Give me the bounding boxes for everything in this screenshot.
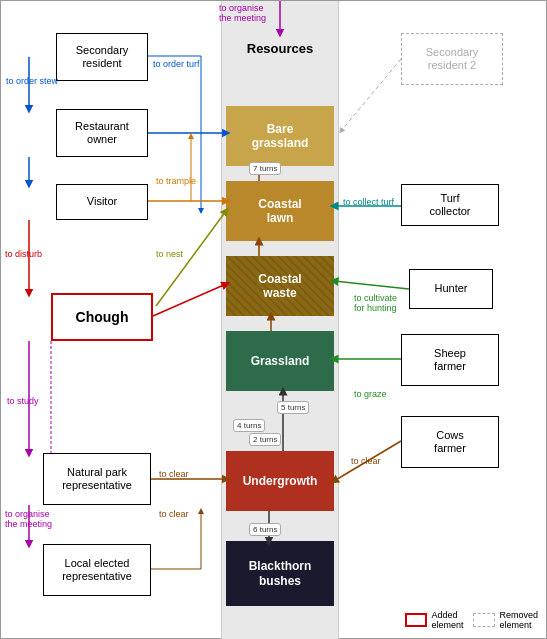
secondary-resident-2-box: Secondaryresident 2 <box>401 33 503 85</box>
to-study-label: to study <box>7 396 39 406</box>
turns-badge-4: 2 turns <box>249 433 281 446</box>
turf-collector-box: Turfcollector <box>401 184 499 226</box>
chough-box: Chough <box>51 293 153 341</box>
turns-badge-1: 7 turns <box>249 162 281 175</box>
to-organise-meeting-label: to organisethe meeting <box>5 509 52 529</box>
sheep-farmer-box: Sheepfarmer <box>401 334 499 386</box>
legend-added: Addedelement <box>405 610 463 630</box>
grassland-box: Grassland <box>226 331 334 391</box>
legend: Addedelement Removedelement <box>405 610 538 630</box>
turns-badge-3: 4 turns <box>233 419 265 432</box>
legend-removed-label: Removedelement <box>499 610 538 630</box>
secondary-resident-box: Secondaryresident <box>56 33 148 81</box>
hunter-box: Hunter <box>409 269 493 309</box>
to-cultivate-label: to cultivatefor hunting <box>354 293 397 313</box>
to-nest-label: to nest <box>156 249 183 259</box>
to-clear-cows-label: to clear <box>351 456 381 466</box>
visitor-box: Visitor <box>56 184 148 220</box>
svg-line-14 <box>341 59 401 131</box>
turns-badge-2: 5 turns <box>277 401 309 414</box>
to-clear-local-label: to clear <box>159 509 189 519</box>
to-order-turf-label: to order turf <box>153 59 200 69</box>
to-organise-label-top: to organisethe meeting <box>219 3 266 23</box>
bare-grassland-box: Baregrassland <box>226 106 334 166</box>
coastal-lawn-box: Coastallawn <box>226 181 334 241</box>
undergrowth-box: Undergrowth <box>226 451 334 511</box>
turns-badge-5: 6 turns <box>249 523 281 536</box>
legend-added-box <box>405 613 427 627</box>
coastal-waste-box: Coastalwaste <box>226 256 334 316</box>
cows-farmer-box: Cowsfarmer <box>401 416 499 468</box>
natural-park-rep-box: Natural parkrepresentative <box>43 453 151 505</box>
to-collect-turf-label: to collect turf <box>343 197 394 207</box>
to-disturb-label: to disturb <box>5 249 42 259</box>
diagram: Resources Baregrassland Coastallawn Coas… <box>0 0 547 639</box>
resources-header: Resources <box>221 41 339 56</box>
local-elected-rep-box: Local electedrepresentative <box>43 544 151 596</box>
legend-added-label: Addedelement <box>431 610 463 630</box>
to-clear-natural-label: to clear <box>159 469 189 479</box>
to-graze-label: to graze <box>354 389 387 399</box>
legend-removed-box <box>473 613 495 627</box>
svg-line-11 <box>153 284 226 316</box>
to-order-stew-label: to order stew <box>6 76 58 86</box>
to-trample-label: to trample <box>156 176 196 186</box>
restaurant-owner-box: Restaurantowner <box>56 109 148 157</box>
legend-removed: Removedelement <box>473 610 538 630</box>
svg-line-15 <box>334 281 409 289</box>
blackthorn-box: Blackthornbushes <box>226 541 334 606</box>
